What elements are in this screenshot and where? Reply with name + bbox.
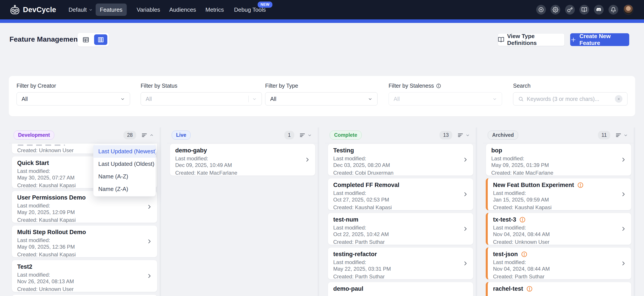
nav-item-features[interactable]: Features: [96, 3, 127, 16]
chevron-right-icon: [462, 226, 469, 232]
column-scrollbar[interactable]: [160, 127, 161, 296]
plus-circle-button[interactable]: [536, 5, 546, 14]
sort-option-last-updated-oldest-[interactable]: Last Updated (Oldest): [94, 158, 156, 170]
feature-card[interactable]: Testing Last modified: Dec 03, 2025, 08:…: [328, 144, 474, 176]
chevron-right-icon: [620, 260, 627, 267]
chevron-right-icon: [620, 295, 627, 296]
chevron-down-icon: [88, 8, 93, 12]
chevron-right-icon: [146, 238, 153, 245]
column-scrollbar[interactable]: [318, 127, 319, 296]
feature-card[interactable]: testing-refactor Last modified: May 22, …: [328, 247, 474, 280]
column-body: demo-gaby Last modified: Dec 09, 2025, 1…: [167, 143, 319, 176]
type-select[interactable]: All: [265, 92, 378, 105]
search-input[interactable]: [527, 96, 615, 102]
column-count: 1: [284, 131, 294, 139]
status-badge: Archived: [488, 131, 518, 140]
chevron-right-icon: [462, 260, 469, 267]
chevron-right-icon: [146, 238, 153, 245]
gear-button[interactable]: [550, 5, 560, 14]
chevron-right-icon: [304, 156, 311, 163]
filter-staleness: Filter by Staleness All: [388, 76, 502, 116]
new-badge: NEW: [258, 1, 272, 8]
accent-bar: [0, 19, 644, 23]
key-icon: [567, 7, 573, 12]
page-title: Feature Management: [10, 35, 80, 43]
column-header: Complete 13: [325, 127, 478, 143]
kanban-column-live: Live 1 demo-gaby Last modified: Dec 09, …: [167, 127, 319, 296]
column-sort-button[interactable]: [457, 132, 470, 139]
feature-card[interactable]: Completed FF Removal Last modified: Oct …: [328, 178, 474, 210]
book-open-button[interactable]: [580, 5, 589, 14]
chevron-down-icon: [252, 97, 257, 101]
chevron-right-icon: [620, 295, 627, 296]
column-header: Development 28: [9, 127, 161, 143]
feature-card[interactable]: Multi Step Rollout Demo Last modified: M…: [12, 225, 157, 258]
kanban-icon: [97, 36, 104, 43]
robot-icon: [10, 5, 20, 15]
kanban-column-development: Development 28 Created: Unknown User Qui…: [9, 127, 161, 296]
column-scrollbar[interactable]: [476, 127, 477, 296]
chevron-right-icon: [462, 226, 469, 232]
brand-logo[interactable]: DevCycle: [10, 0, 56, 19]
sort-option-name-a-z-[interactable]: Name (A-Z): [94, 170, 156, 183]
project-selector[interactable]: Default: [68, 0, 93, 19]
info-icon: [436, 83, 441, 88]
chevron-up-icon: [150, 133, 154, 137]
chevron-right-icon: [462, 191, 469, 198]
warning-icon: [526, 286, 533, 292]
nav-item-metrics[interactable]: Metrics: [206, 0, 224, 19]
chevron-down-icon: [492, 97, 497, 101]
kanban-view-button[interactable]: [94, 34, 107, 45]
feature-card[interactable]: tx-test-3 Last modified: Nov 04, 2024, 0…: [486, 213, 632, 245]
warning-icon: [577, 182, 584, 188]
status-select[interactable]: All: [140, 92, 262, 105]
chevron-down-icon: [120, 97, 125, 101]
feature-card[interactable]: test-json Last modified: Nov 04, 2024, 0…: [486, 247, 632, 280]
user-avatar[interactable]: [623, 5, 634, 15]
column-count: 13: [440, 131, 452, 139]
creator-select[interactable]: All: [16, 92, 130, 105]
column-scrollbar[interactable]: [634, 127, 635, 296]
table-icon: [82, 36, 90, 43]
column-sort-button[interactable]: [299, 132, 312, 139]
chevron-down-icon: [252, 97, 257, 101]
feature-card[interactable]: demo-gaby Last modified: Dec 09, 2025, 1…: [170, 144, 316, 176]
kanban-column-archived: Archived 11 bop Last modified: May 09, 2…: [483, 127, 636, 296]
feature-card[interactable]: demo-paul: [328, 282, 474, 296]
chevron-right-icon: [146, 273, 153, 279]
create-new-feature-button[interactable]: Create New Feature: [570, 33, 629, 46]
staleness-select[interactable]: All: [388, 92, 502, 105]
x-icon: [617, 97, 621, 101]
clear-search-icon[interactable]: [615, 95, 622, 103]
feature-card[interactable]: bop Last modified: May 09, 2025, 01:39 P…: [486, 144, 632, 176]
chevron-right-icon: [146, 273, 153, 279]
warning-icon: [521, 251, 528, 258]
feature-card[interactable]: Test2 Last modified: Nov 26, 2024, 08:13…: [12, 260, 157, 292]
table-view-button[interactable]: [79, 34, 92, 45]
column-header: Archived 11: [483, 127, 636, 143]
nav-item-variables[interactable]: Variables: [137, 0, 160, 19]
nav-item-audiences[interactable]: Audiences: [169, 0, 196, 19]
sort-option-name-z-a-[interactable]: Name (Z-A): [94, 183, 156, 195]
view-type-definitions-button[interactable]: View Type Definitions: [498, 33, 565, 46]
book-open-icon: [498, 36, 504, 43]
stale-warning-icon: [519, 217, 526, 223]
feature-card[interactable]: test-num Last modified: Oct 22, 2025, 10…: [328, 213, 474, 245]
discord-button[interactable]: [594, 5, 604, 14]
chevron-right-icon: [620, 226, 627, 232]
feature-card[interactable]: rachel-test: [486, 282, 632, 296]
chevron-right-icon: [620, 191, 627, 198]
sort-option-last-updated-newest-[interactable]: Last Updated (Newest): [94, 145, 156, 158]
sort-lines-icon: [299, 132, 306, 139]
feature-card[interactable]: New Feat Button Experiment Last modified…: [486, 178, 632, 210]
brand-name: DevCycle: [23, 5, 56, 14]
column-sort-button[interactable]: [615, 132, 628, 139]
status-badge: Live: [172, 131, 191, 140]
status-badge: Development: [14, 131, 54, 140]
sort-lines-icon: [457, 132, 464, 139]
feature-card-clipped[interactable]: [12, 295, 157, 296]
plus-circle-icon: [538, 7, 544, 12]
column-sort-button[interactable]: [141, 132, 154, 139]
key-button[interactable]: [565, 5, 575, 14]
bell-button[interactable]: [608, 5, 618, 14]
